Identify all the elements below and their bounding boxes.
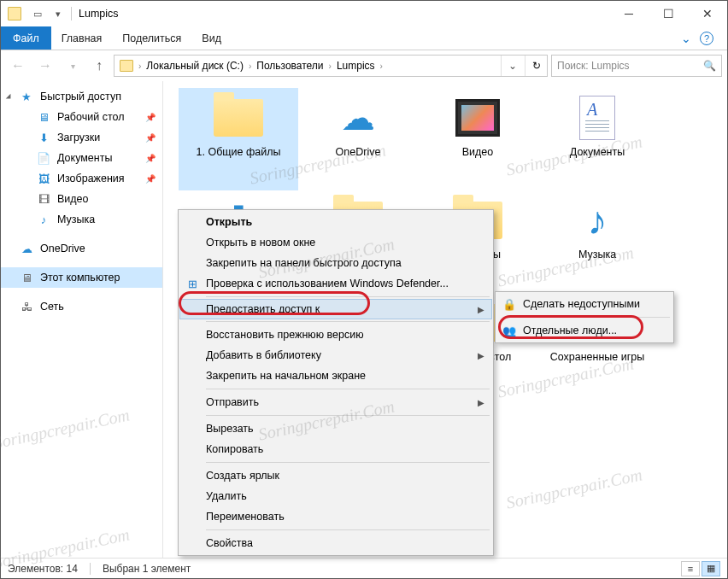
breadcrumb-item[interactable]: Локальный диск (C:) [143,60,247,72]
ctx-defender-scan[interactable]: ⊞Проверка с использованием Windows Defen… [180,273,491,294]
pc-icon: 🖥 [20,271,33,284]
nav-this-pc[interactable]: 🖥Этот компьютер [1,267,162,288]
back-button[interactable]: ← [6,54,30,78]
document-icon: 📄 [37,151,50,165]
nav-quick-access[interactable]: ★ Быстрый доступ [1,86,162,107]
ctx-rename[interactable]: Переименовать [180,506,491,527]
breadcrumb-item[interactable]: Пользователи [253,60,326,72]
maximize-button[interactable]: ☐ [649,1,688,26]
ctx-share-access[interactable]: Предоставить доступ к▶ [179,299,492,319]
context-menu: Открыть Открыть в новом окне Закрепить н… [178,209,494,556]
view-icons-button[interactable]: ▦ [702,561,720,576]
music-icon: ♪ [588,197,608,243]
picture-icon: 🖼 [37,172,50,185]
ctx-pin-quick-access[interactable]: Закрепить на панели быстрого доступа [180,253,491,273]
title-bar: ▭ ▾ Lumpics ─ ☐ ✕ [1,1,727,26]
pin-icon: 📌 [144,172,157,185]
video-icon [455,99,500,137]
help-icon[interactable]: ? [700,32,713,45]
network-icon: 🖧 [20,300,33,313]
ctx-add-library[interactable]: Добавить в библиотеку▶ [180,345,491,366]
nav-pictures[interactable]: 🖼Изображения📌 [1,168,162,189]
pin-icon: 📌 [144,131,157,144]
qat-newfolder-icon[interactable]: ▾ [50,6,66,21]
pin-icon: 📌 [144,110,157,124]
ctx-delete[interactable]: Удалить [180,486,491,506]
video-icon: 🎞 [37,192,50,206]
search-icon: 🔍 [703,60,716,72]
forward-button[interactable]: → [33,54,57,78]
search-placeholder: Поиск: Lumpics [557,60,630,72]
ribbon-tab-share[interactable]: Поделиться [112,26,191,50]
ctx-open-new-window[interactable]: Открыть в новом окне [180,232,491,253]
ribbon-file-tab[interactable]: Файл [1,26,51,50]
ribbon-tabs: Файл Главная Поделиться Вид ⌄ ? [1,26,727,50]
status-bar: Элементов: 14 Выбран 1 элемент ≡ ▦ [1,558,727,578]
music-icon: ♪ [37,213,50,226]
ctx-pin-start[interactable]: Закрепить на начальном экране [180,366,491,386]
context-submenu-share: 🔒Сделать недоступными 👥Отдельные люди... [495,291,674,343]
close-button[interactable]: ✕ [688,1,727,26]
qat-properties-icon[interactable]: ▭ [30,6,45,21]
people-icon: 👥 [502,324,516,337]
status-item-count: Элементов: 14 [8,563,78,575]
ctx-copy[interactable]: Копировать [180,439,491,459]
chevron-right-icon: ▶ [478,398,484,407]
nav-downloads[interactable]: ⬇Загрузки📌 [1,127,162,148]
submenu-make-unavailable[interactable]: 🔒Сделать недоступными [497,294,672,314]
address-dropdown-icon[interactable]: ⌄ [501,56,523,76]
nav-documents[interactable]: 📄Документы📌 [1,148,162,168]
ribbon-tab-view[interactable]: Вид [191,26,232,50]
file-item[interactable]: ☁ OneDrive [298,88,418,190]
ctx-cut[interactable]: Вырезать [180,418,491,439]
ctx-send-to[interactable]: Отправить▶ [180,392,491,412]
app-icon [8,7,21,20]
lock-icon: 🔒 [502,297,516,311]
file-item[interactable]: Видео [418,88,537,190]
submenu-specific-people[interactable]: 👥Отдельные люди... [497,320,672,341]
ribbon-tab-home[interactable]: Главная [51,26,113,50]
chevron-right-icon: ▶ [478,351,484,360]
file-item-selected[interactable]: 1. Общие файлы [179,88,298,190]
nav-music[interactable]: ♪Музыка [1,209,162,230]
desktop-icon: 🖥 [37,110,50,124]
cloud-icon: ☁ [341,98,375,137]
ribbon-expand-icon[interactable]: ⌄ [681,32,691,45]
nav-desktop[interactable]: 🖥Рабочий стол📌 [1,107,162,127]
recent-dropdown-icon[interactable]: ▾ [61,54,85,78]
navigation-pane: ★ Быстрый доступ 🖥Рабочий стол📌 ⬇Загрузк… [1,81,163,558]
file-item[interactable]: Документы [537,88,657,190]
address-bar[interactable]: › Локальный диск (C:) › Пользователи › L… [114,55,548,77]
file-item[interactable]: ♪ Музыка [537,190,657,293]
chevron-right-icon: ▶ [478,305,484,314]
minimize-button[interactable]: ─ [609,1,649,26]
ctx-properties[interactable]: Свойства [180,533,491,553]
status-selection: Выбран 1 элемент [103,563,191,575]
up-button[interactable]: ↑ [88,55,110,77]
nav-network[interactable]: 🖧Сеть [1,296,162,317]
nav-onedrive[interactable]: ☁OneDrive [1,238,162,259]
document-icon [579,96,615,140]
window-title: Lumpics [79,8,119,20]
shield-icon: ⊞ [185,277,199,290]
ctx-create-shortcut[interactable]: Создать ярлык [180,465,491,486]
download-icon: ⬇ [37,131,50,144]
ctx-open[interactable]: Открыть [180,212,491,232]
star-icon: ★ [20,90,33,103]
refresh-icon[interactable]: ↻ [525,56,547,76]
navigation-bar: ← → ▾ ↑ › Локальный диск (C:) › Пользова… [1,50,727,81]
view-details-button[interactable]: ≡ [681,561,700,576]
ctx-restore-version[interactable]: Восстановить прежнюю версию [180,325,491,345]
folder-icon [214,99,263,137]
folder-icon [120,60,133,72]
search-input[interactable]: Поиск: Lumpics 🔍 [551,55,722,77]
nav-video[interactable]: 🎞Видео [1,189,162,209]
pin-icon: 📌 [144,151,157,165]
cloud-icon: ☁ [20,242,33,255]
breadcrumb-item[interactable]: Lumpics [333,60,379,72]
